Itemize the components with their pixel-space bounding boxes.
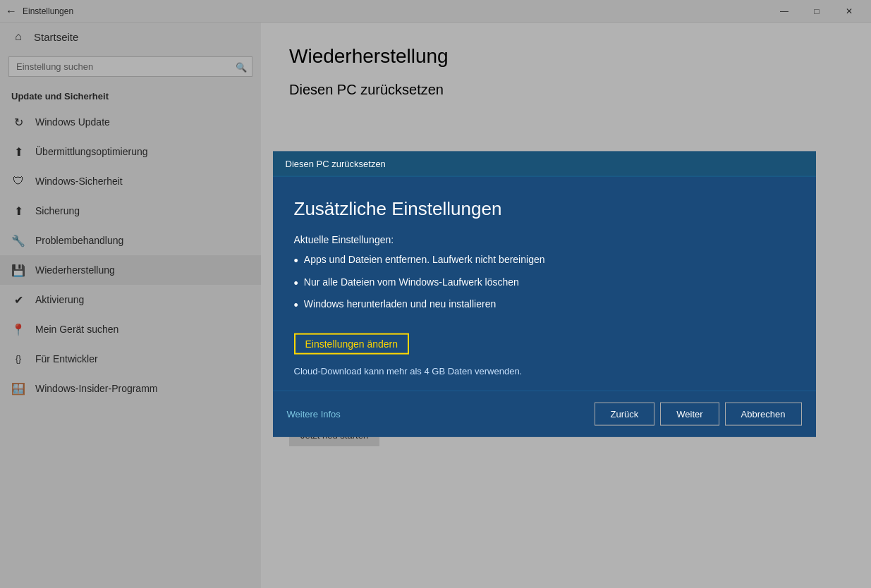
next-button[interactable]: Weiter — [660, 402, 719, 425]
bullet-text-3: Windows herunterladen und neu installier… — [304, 298, 496, 310]
dialog-note: Cloud-Download kann mehr als 4 GB Daten … — [294, 365, 795, 376]
dialog-bullet-2: • Nur alle Dateien vom Windows-Laufwerk … — [294, 276, 795, 291]
change-settings-link[interactable]: Einstellungen ändern — [294, 333, 410, 354]
bullet-dot-2: • — [294, 276, 298, 291]
bullet-dot-1: • — [294, 254, 298, 269]
dialog-footer-buttons: Zurück Weiter Abbrechen — [595, 402, 802, 425]
dialog-heading: Zusätzliche Einstellungen — [294, 198, 795, 220]
dialog-current-label: Aktuelle Einstellungen: — [294, 234, 795, 245]
cancel-button[interactable]: Abbrechen — [725, 402, 802, 425]
bullet-text-2: Nur alle Dateien vom Windows-Laufwerk lö… — [304, 276, 519, 287]
reset-dialog: Diesen PC zurücksetzen Zusätzliche Einst… — [273, 152, 816, 437]
bullet-text-1: Apps und Dateien entfernen. Laufwerk nic… — [304, 254, 545, 265]
dialog-bullet-3: • Windows herunterladen und neu installi… — [294, 298, 795, 314]
dialog-body: Zusätzliche Einstellungen Aktuelle Einst… — [273, 177, 816, 391]
more-info-link[interactable]: Weitere Infos — [287, 408, 341, 419]
dialog-bullet-1: • Apps und Dateien entfernen. Laufwerk n… — [294, 254, 795, 269]
back-button[interactable]: Zurück — [595, 402, 655, 425]
bullet-dot-3: • — [294, 298, 298, 314]
dialog-footer: Weitere Infos Zurück Weiter Abbrechen — [273, 390, 816, 436]
dialog-titlebar: Diesen PC zurücksetzen — [273, 152, 816, 177]
